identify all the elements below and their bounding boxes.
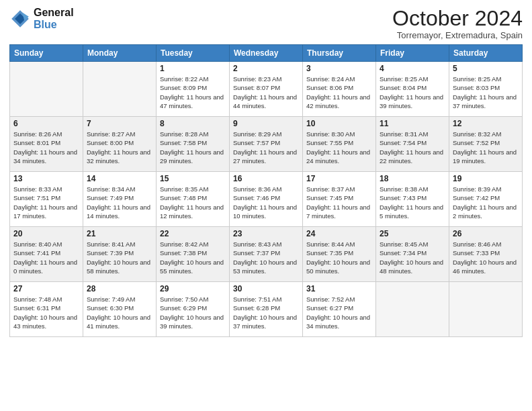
title-block: October 2024 Torremayor, Extremadura, Sp… <box>392 7 523 40</box>
day-info: Sunrise: 8:27 AMSunset: 8:00 PMDaylight:… <box>87 130 152 165</box>
day-number: 11 <box>380 119 445 128</box>
day-info: Sunrise: 8:45 AMSunset: 7:34 PMDaylight:… <box>380 240 445 275</box>
weekday-header: Friday <box>376 45 449 62</box>
day-number: 25 <box>380 229 445 238</box>
day-number: 2 <box>233 64 299 73</box>
calendar-cell: 7Sunrise: 8:27 AMSunset: 8:00 PMDaylight… <box>83 117 157 172</box>
page: General Blue October 2024 Torremayor, Ex… <box>0 0 532 411</box>
day-info: Sunrise: 8:32 AMSunset: 7:52 PMDaylight:… <box>453 130 519 165</box>
calendar-cell: 21Sunrise: 8:41 AMSunset: 7:39 PMDayligh… <box>83 227 157 282</box>
day-number: 5 <box>453 64 519 73</box>
calendar-cell: 5Sunrise: 8:25 AMSunset: 8:03 PMDaylight… <box>449 62 523 117</box>
calendar-cell <box>376 282 449 337</box>
day-number: 14 <box>87 174 152 183</box>
calendar-cell: 6Sunrise: 8:26 AMSunset: 8:01 PMDaylight… <box>10 117 83 172</box>
day-info: Sunrise: 7:50 AMSunset: 6:29 PMDaylight:… <box>160 295 226 330</box>
day-number: 18 <box>380 174 445 183</box>
calendar-cell: 14Sunrise: 8:34 AMSunset: 7:49 PMDayligh… <box>83 172 157 227</box>
day-info: Sunrise: 8:22 AMSunset: 8:09 PMDaylight:… <box>160 75 226 110</box>
day-info: Sunrise: 8:42 AMSunset: 7:38 PMDaylight:… <box>160 240 226 275</box>
calendar-cell: 25Sunrise: 8:45 AMSunset: 7:34 PMDayligh… <box>376 227 449 282</box>
calendar-cell: 9Sunrise: 8:29 AMSunset: 7:57 PMDaylight… <box>230 117 303 172</box>
day-info: Sunrise: 8:25 AMSunset: 8:03 PMDaylight:… <box>453 75 519 110</box>
calendar-cell: 13Sunrise: 8:33 AMSunset: 7:51 PMDayligh… <box>10 172 83 227</box>
day-number: 31 <box>306 284 372 293</box>
day-info: Sunrise: 8:46 AMSunset: 7:33 PMDaylight:… <box>453 240 519 275</box>
calendar-cell: 24Sunrise: 8:44 AMSunset: 7:35 PMDayligh… <box>303 227 376 282</box>
calendar-cell: 15Sunrise: 8:35 AMSunset: 7:48 PMDayligh… <box>157 172 230 227</box>
weekday-header: Thursday <box>303 45 376 62</box>
day-info: Sunrise: 7:51 AMSunset: 6:28 PMDaylight:… <box>233 295 299 330</box>
day-info: Sunrise: 8:37 AMSunset: 7:45 PMDaylight:… <box>306 185 372 220</box>
calendar-week-row: 6Sunrise: 8:26 AMSunset: 8:01 PMDaylight… <box>10 117 523 172</box>
day-number: 30 <box>233 284 299 293</box>
day-info: Sunrise: 8:31 AMSunset: 7:54 PMDaylight:… <box>380 130 445 165</box>
day-info: Sunrise: 8:40 AMSunset: 7:41 PMDaylight:… <box>13 240 79 275</box>
calendar-cell: 22Sunrise: 8:42 AMSunset: 7:38 PMDayligh… <box>157 227 230 282</box>
day-info: Sunrise: 8:35 AMSunset: 7:48 PMDaylight:… <box>160 185 226 220</box>
calendar-week-row: 27Sunrise: 7:48 AMSunset: 6:31 PMDayligh… <box>10 282 523 337</box>
calendar-cell: 19Sunrise: 8:39 AMSunset: 7:42 PMDayligh… <box>449 172 523 227</box>
day-info: Sunrise: 8:28 AMSunset: 7:58 PMDaylight:… <box>160 130 226 165</box>
day-number: 24 <box>306 229 372 238</box>
day-info: Sunrise: 8:41 AMSunset: 7:39 PMDaylight:… <box>87 240 152 275</box>
weekday-header: Saturday <box>449 45 523 62</box>
day-number: 29 <box>160 284 226 293</box>
weekday-header: Monday <box>83 45 157 62</box>
calendar-cell: 23Sunrise: 8:43 AMSunset: 7:37 PMDayligh… <box>230 227 303 282</box>
day-info: Sunrise: 8:33 AMSunset: 7:51 PMDaylight:… <box>13 185 79 220</box>
calendar-cell: 1Sunrise: 8:22 AMSunset: 8:09 PMDaylight… <box>157 62 230 117</box>
day-info: Sunrise: 8:39 AMSunset: 7:42 PMDaylight:… <box>453 185 519 220</box>
day-info: Sunrise: 7:52 AMSunset: 6:27 PMDaylight:… <box>306 295 372 330</box>
day-number: 6 <box>13 119 79 128</box>
calendar-cell: 11Sunrise: 8:31 AMSunset: 7:54 PMDayligh… <box>376 117 449 172</box>
day-info: Sunrise: 8:30 AMSunset: 7:55 PMDaylight:… <box>306 130 372 165</box>
day-number: 19 <box>453 174 519 183</box>
day-number: 1 <box>160 64 226 73</box>
day-number: 20 <box>13 229 79 238</box>
calendar-cell: 18Sunrise: 8:38 AMSunset: 7:43 PMDayligh… <box>376 172 449 227</box>
day-info: Sunrise: 8:36 AMSunset: 7:46 PMDaylight:… <box>233 185 299 220</box>
day-number: 12 <box>453 119 519 128</box>
day-number: 22 <box>160 229 226 238</box>
calendar-cell: 31Sunrise: 7:52 AMSunset: 6:27 PMDayligh… <box>303 282 376 337</box>
day-number: 13 <box>13 174 79 183</box>
day-info: Sunrise: 8:26 AMSunset: 8:01 PMDaylight:… <box>13 130 79 165</box>
calendar-cell: 27Sunrise: 7:48 AMSunset: 6:31 PMDayligh… <box>10 282 83 337</box>
day-info: Sunrise: 8:29 AMSunset: 7:57 PMDaylight:… <box>233 130 299 165</box>
weekday-header: Wednesday <box>230 45 303 62</box>
calendar-cell: 10Sunrise: 8:30 AMSunset: 7:55 PMDayligh… <box>303 117 376 172</box>
calendar-cell: 16Sunrise: 8:36 AMSunset: 7:46 PMDayligh… <box>230 172 303 227</box>
day-info: Sunrise: 8:25 AMSunset: 8:04 PMDaylight:… <box>380 75 445 110</box>
day-info: Sunrise: 7:48 AMSunset: 6:31 PMDaylight:… <box>13 295 79 330</box>
calendar-cell: 8Sunrise: 8:28 AMSunset: 7:58 PMDaylight… <box>157 117 230 172</box>
calendar-cell: 29Sunrise: 7:50 AMSunset: 6:29 PMDayligh… <box>157 282 230 337</box>
day-number: 10 <box>306 119 372 128</box>
calendar-cell: 20Sunrise: 8:40 AMSunset: 7:41 PMDayligh… <box>10 227 83 282</box>
day-number: 8 <box>160 119 226 128</box>
calendar-cell: 3Sunrise: 8:24 AMSunset: 8:06 PMDaylight… <box>303 62 376 117</box>
calendar-cell <box>10 62 83 117</box>
day-number: 4 <box>380 64 445 73</box>
day-info: Sunrise: 7:49 AMSunset: 6:30 PMDaylight:… <box>87 295 152 330</box>
calendar-cell: 12Sunrise: 8:32 AMSunset: 7:52 PMDayligh… <box>449 117 523 172</box>
logo-text: General Blue <box>34 7 74 30</box>
day-number: 28 <box>87 284 152 293</box>
logo: General Blue <box>9 7 74 30</box>
weekday-header: Sunday <box>10 45 83 62</box>
calendar-cell: 30Sunrise: 7:51 AMSunset: 6:28 PMDayligh… <box>230 282 303 337</box>
calendar-header-row: SundayMondayTuesdayWednesdayThursdayFrid… <box>10 45 523 62</box>
day-number: 21 <box>87 229 152 238</box>
day-number: 27 <box>13 284 79 293</box>
day-info: Sunrise: 8:44 AMSunset: 7:35 PMDaylight:… <box>306 240 372 275</box>
calendar-cell: 28Sunrise: 7:49 AMSunset: 6:30 PMDayligh… <box>83 282 157 337</box>
day-info: Sunrise: 8:23 AMSunset: 8:07 PMDaylight:… <box>233 75 299 110</box>
day-info: Sunrise: 8:34 AMSunset: 7:49 PMDaylight:… <box>87 185 152 220</box>
day-number: 15 <box>160 174 226 183</box>
day-number: 7 <box>87 119 152 128</box>
calendar-week-row: 1Sunrise: 8:22 AMSunset: 8:09 PMDaylight… <box>10 62 523 117</box>
month-title: October 2024 <box>392 7 523 30</box>
day-number: 16 <box>233 174 299 183</box>
calendar-cell: 4Sunrise: 8:25 AMSunset: 8:04 PMDaylight… <box>376 62 449 117</box>
day-number: 17 <box>306 174 372 183</box>
